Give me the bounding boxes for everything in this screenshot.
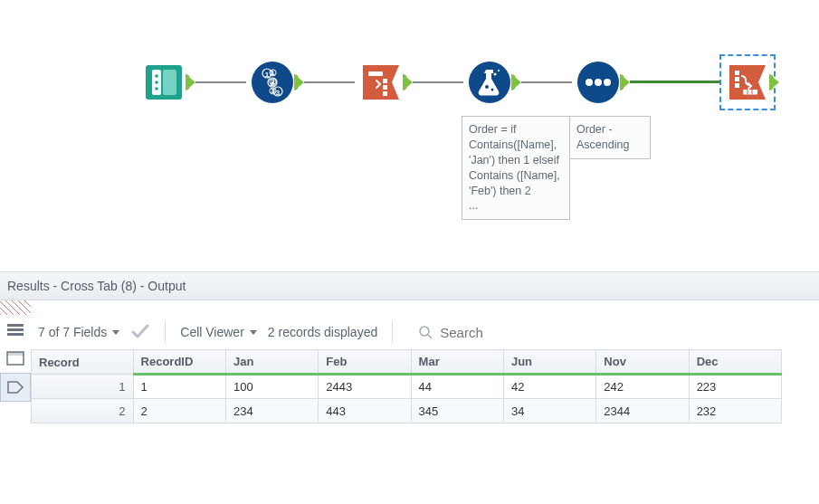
svg-point-2 — [155, 81, 158, 84]
svg-text:3: 3 — [276, 89, 281, 97]
column-header[interactable]: Nov — [596, 350, 689, 375]
svg-point-3 — [155, 87, 158, 90]
cell-viewer-dropdown[interactable]: Cell Viewer — [180, 325, 257, 339]
tool-formula[interactable] — [466, 59, 513, 106]
workflow-canvas[interactable]: ① ② ③ 1 2 3 — [0, 0, 819, 271]
svg-rect-15 — [368, 71, 383, 76]
cell[interactable]: 223 — [689, 375, 781, 399]
svg-point-21 — [491, 89, 494, 91]
svg-line-40 — [428, 335, 432, 338]
check-icon[interactable] — [130, 324, 150, 340]
connector — [195, 81, 246, 83]
search-input[interactable] — [440, 325, 567, 340]
svg-text:2: 2 — [271, 80, 275, 88]
view-mode-tag-icon[interactable] — [0, 373, 31, 402]
tool-input-data[interactable] — [140, 59, 187, 106]
gutter-hatch — [0, 300, 31, 315]
toolbar-separator — [392, 321, 393, 343]
tool-sort-output-port[interactable] — [620, 74, 629, 90]
svg-point-26 — [595, 79, 602, 86]
svg-point-23 — [498, 70, 500, 71]
column-header[interactable]: Dec — [689, 350, 781, 375]
records-count-label: 2 records displayed — [268, 325, 377, 339]
search-box[interactable] — [418, 325, 567, 340]
cell-viewer-label: Cell Viewer — [180, 325, 244, 339]
fields-dropdown-label: 7 of 7 Fields — [38, 325, 107, 339]
cell[interactable]: 443 — [319, 399, 411, 423]
cell[interactable]: 2344 — [596, 399, 689, 423]
column-header[interactable]: RecordID — [133, 350, 225, 375]
results-grid[interactable]: Record RecordID Jan Feb Mar Jun Nov Dec … — [31, 349, 782, 423]
cell[interactable]: 42 — [503, 375, 595, 399]
column-header[interactable]: Jan — [225, 350, 318, 375]
results-title: Results - Cross Tab (8) - Output — [0, 272, 819, 300]
tool-cross-tab-output-port[interactable] — [769, 74, 778, 90]
table-header-row: Record RecordID Jan Feb Mar Jun Nov Dec — [32, 350, 782, 375]
fields-dropdown[interactable]: 7 of 7 Fields — [38, 325, 119, 339]
svg-point-1 — [155, 74, 158, 78]
svg-point-39 — [420, 327, 429, 336]
tool-formula-output-port[interactable] — [511, 74, 520, 90]
tool-transpose[interactable] — [357, 59, 405, 106]
table-row[interactable]: 1 1 100 2443 44 42 242 223 — [32, 375, 782, 399]
svg-rect-38 — [7, 352, 24, 356]
svg-point-25 — [586, 79, 593, 86]
tool-record-id[interactable]: ① ② ③ 1 2 3 — [249, 59, 296, 106]
cell[interactable]: 1 — [133, 375, 225, 399]
cell[interactable]: 242 — [596, 375, 689, 399]
cell[interactable]: 345 — [411, 399, 503, 423]
connector — [413, 81, 463, 83]
tool-sort-annotation[interactable]: Order - Ascending — [569, 116, 651, 159]
column-header[interactable]: Mar — [411, 350, 503, 375]
column-header[interactable]: Record — [32, 350, 134, 375]
table-row[interactable]: 2 2 234 443 345 34 2344 232 — [32, 399, 782, 423]
row-index-cell: 2 — [32, 399, 134, 423]
column-header[interactable]: Jun — [503, 350, 595, 375]
tool-transpose-output-port[interactable] — [403, 74, 412, 90]
connector — [521, 81, 572, 83]
cell[interactable]: 2443 — [319, 375, 411, 399]
cell[interactable]: 2 — [133, 399, 225, 423]
connector — [304, 81, 355, 83]
connector-selected — [630, 81, 720, 83]
cell[interactable]: 44 — [411, 375, 503, 399]
cell[interactable]: 232 — [689, 399, 781, 423]
cell[interactable]: 234 — [225, 399, 318, 423]
tool-input-data-output-port[interactable] — [186, 74, 195, 90]
svg-rect-31 — [743, 90, 757, 95]
caret-down-icon — [112, 330, 119, 335]
tool-sort[interactable] — [575, 59, 622, 106]
column-header[interactable]: Feb — [319, 350, 411, 375]
svg-text:1: 1 — [265, 71, 270, 79]
results-pane: Results - Cross Tab (8) - Output 7 of 7 … — [0, 271, 819, 423]
svg-rect-30 — [735, 83, 739, 88]
tool-formula-annotation[interactable]: Order = if Contains([Name], 'Jan') then … — [462, 116, 570, 220]
cell[interactable]: 34 — [503, 399, 595, 423]
svg-point-22 — [494, 73, 497, 76]
svg-point-27 — [604, 79, 611, 86]
row-index-cell: 1 — [32, 375, 134, 399]
svg-point-20 — [485, 85, 489, 89]
cell[interactable]: 100 — [225, 375, 318, 399]
search-icon — [418, 325, 433, 339]
results-toolbar: 7 of 7 Fields Cell Viewer 2 records disp… — [0, 315, 819, 349]
svg-rect-28 — [735, 71, 739, 75]
caret-down-icon — [250, 330, 257, 335]
svg-rect-17 — [383, 85, 387, 90]
tool-cross-tab[interactable] — [724, 59, 771, 106]
svg-rect-16 — [383, 79, 387, 83]
svg-rect-4 — [163, 70, 176, 95]
toolbar-separator — [165, 321, 166, 343]
svg-rect-29 — [735, 77, 739, 81]
svg-rect-18 — [383, 91, 387, 96]
tool-record-id-output-port[interactable] — [294, 74, 303, 90]
